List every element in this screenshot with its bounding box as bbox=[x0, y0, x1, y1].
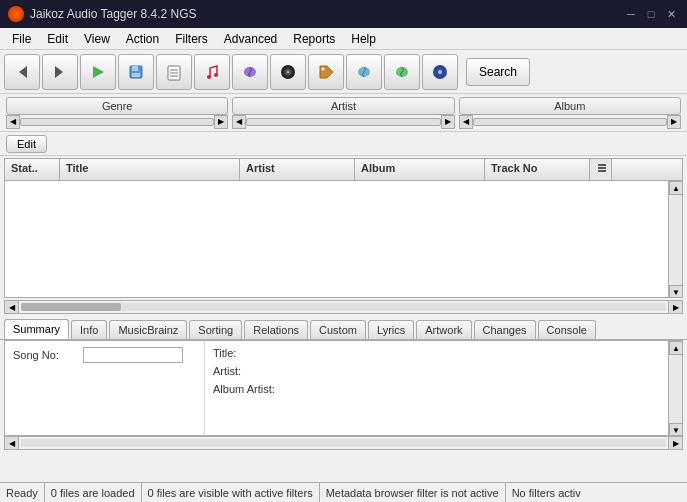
edit-button[interactable]: Edit bbox=[6, 135, 47, 153]
title-bar-left: Jaikoz Audio Tagger 8.4.2 NGS bbox=[8, 6, 197, 22]
maximize-button[interactable]: □ bbox=[643, 6, 659, 22]
tab-relations[interactable]: Relations bbox=[244, 320, 308, 339]
save-icon bbox=[127, 63, 145, 81]
artist-label: Artist: bbox=[213, 365, 293, 377]
tab-scroll-up-btn[interactable]: ▲ bbox=[669, 341, 683, 355]
album-right-btn[interactable]: ▶ bbox=[667, 115, 681, 129]
svg-point-11 bbox=[214, 73, 218, 77]
close-button[interactable]: ✕ bbox=[663, 6, 679, 22]
tab-sorting[interactable]: Sorting bbox=[189, 320, 242, 339]
tab-musicbrainz[interactable]: MusicBrainz bbox=[109, 320, 187, 339]
scroll-down-btn[interactable]: ▼ bbox=[669, 285, 683, 298]
album-scroll: ◀ ▶ bbox=[459, 115, 681, 129]
menu-help[interactable]: Help bbox=[343, 30, 384, 48]
menu-file[interactable]: File bbox=[4, 30, 39, 48]
brain3-button[interactable] bbox=[384, 54, 420, 90]
tab-changes[interactable]: Changes bbox=[474, 320, 536, 339]
album-artist-row: Album Artist: bbox=[213, 383, 674, 395]
clear-button[interactable] bbox=[156, 54, 192, 90]
artist-scrollbar[interactable] bbox=[246, 118, 440, 126]
title-bar: Jaikoz Audio Tagger 8.4.2 NGS ─ □ ✕ bbox=[0, 0, 687, 28]
svg-rect-23 bbox=[598, 167, 606, 169]
tab-content-hscrollbar[interactable]: ◀ ▶ bbox=[4, 436, 683, 450]
status-no-filters: No filters activ bbox=[506, 483, 687, 502]
menu-bar: File Edit View Action Filters Advanced R… bbox=[0, 28, 687, 50]
forward-button[interactable] bbox=[42, 54, 78, 90]
minimize-button[interactable]: ─ bbox=[623, 6, 639, 22]
hscroll-right-btn[interactable]: ▶ bbox=[668, 301, 682, 313]
artist-left-btn[interactable]: ◀ bbox=[232, 115, 246, 129]
title-row: Title: bbox=[213, 347, 674, 359]
tab-hscroll-track[interactable] bbox=[21, 439, 666, 447]
genre-label[interactable]: Genre bbox=[6, 97, 228, 115]
tab-scroll-thumb-area[interactable] bbox=[669, 355, 682, 423]
brain1-button[interactable] bbox=[232, 54, 268, 90]
vinyl-icon bbox=[279, 63, 297, 81]
file-list-hscrollbar[interactable]: ◀ ▶ bbox=[4, 300, 683, 314]
tag-button[interactable] bbox=[308, 54, 344, 90]
search-button[interactable]: Search bbox=[466, 58, 530, 86]
menu-advanced[interactable]: Advanced bbox=[216, 30, 285, 48]
back-button[interactable] bbox=[4, 54, 40, 90]
col-header-trackno: Track No bbox=[485, 159, 590, 180]
album-label[interactable]: Album bbox=[459, 97, 681, 115]
artist-label[interactable]: Artist bbox=[232, 97, 454, 115]
back-icon bbox=[13, 63, 31, 81]
tab-summary[interactable]: Summary bbox=[4, 319, 69, 339]
svg-rect-5 bbox=[132, 73, 140, 77]
tab-scroll-down-btn[interactable]: ▼ bbox=[669, 423, 683, 436]
menu-action[interactable]: Action bbox=[118, 30, 167, 48]
genre-filter: Genre ◀ ▶ bbox=[6, 97, 228, 129]
tabs-bar: Summary Info MusicBrainz Sorting Relatio… bbox=[0, 316, 687, 340]
music-button[interactable] bbox=[194, 54, 230, 90]
save-button[interactable] bbox=[118, 54, 154, 90]
brain1-icon bbox=[241, 63, 259, 81]
window-controls: ─ □ ✕ bbox=[623, 6, 679, 22]
genre-scrollbar[interactable] bbox=[20, 118, 214, 126]
vinyl-button[interactable] bbox=[270, 54, 306, 90]
svg-marker-0 bbox=[19, 66, 27, 78]
tab-hscroll-right-btn[interactable]: ▶ bbox=[668, 437, 682, 449]
genre-right-btn[interactable]: ▶ bbox=[214, 115, 228, 129]
menu-view[interactable]: View bbox=[76, 30, 118, 48]
menu-reports[interactable]: Reports bbox=[285, 30, 343, 48]
tab-custom[interactable]: Custom bbox=[310, 320, 366, 339]
menu-filters[interactable]: Filters bbox=[167, 30, 216, 48]
artist-filter: Artist ◀ ▶ bbox=[232, 97, 454, 129]
summary-left-panel: Song No: bbox=[5, 341, 205, 435]
col-header-album: Album bbox=[355, 159, 485, 180]
artist-right-btn[interactable]: ▶ bbox=[441, 115, 455, 129]
tab-artwork[interactable]: Artwork bbox=[416, 320, 471, 339]
song-no-label: Song No: bbox=[13, 349, 83, 361]
tab-info[interactable]: Info bbox=[71, 320, 107, 339]
file-list-body bbox=[5, 181, 682, 298]
tab-lyrics[interactable]: Lyrics bbox=[368, 320, 414, 339]
column-config-icon bbox=[596, 162, 608, 174]
menu-edit[interactable]: Edit bbox=[39, 30, 76, 48]
file-list-header: Stat.. Title Artist Album Track No bbox=[5, 159, 682, 181]
scroll-thumb-area[interactable] bbox=[669, 195, 682, 285]
album-scrollbar[interactable] bbox=[473, 118, 667, 126]
vertical-scrollbar[interactable]: ▲ ▼ bbox=[668, 181, 682, 298]
song-no-input[interactable] bbox=[83, 347, 183, 363]
tab-console[interactable]: Console bbox=[538, 320, 596, 339]
tab-content-vscrollbar[interactable]: ▲ ▼ bbox=[668, 341, 682, 436]
genre-left-btn[interactable]: ◀ bbox=[6, 115, 20, 129]
tab-hscroll-left-btn[interactable]: ◀ bbox=[5, 437, 19, 449]
album-left-btn[interactable]: ◀ bbox=[459, 115, 473, 129]
file-list-container: Stat.. Title Artist Album Track No ▲ ▼ bbox=[4, 158, 683, 298]
brain3-icon bbox=[393, 63, 411, 81]
title-label: Title: bbox=[213, 347, 293, 359]
status-bar: Ready 0 files are loaded 0 files are vis… bbox=[0, 482, 687, 502]
col-header-title: Title bbox=[60, 159, 240, 180]
scroll-up-btn[interactable]: ▲ bbox=[669, 181, 683, 195]
play-icon bbox=[89, 63, 107, 81]
hscroll-track[interactable] bbox=[21, 303, 666, 311]
disc-button[interactable] bbox=[422, 54, 458, 90]
col-header-stat: Stat.. bbox=[5, 159, 60, 180]
play-button[interactable] bbox=[80, 54, 116, 90]
hscroll-left-btn[interactable]: ◀ bbox=[5, 301, 19, 313]
brain2-button[interactable] bbox=[346, 54, 382, 90]
col-header-extra[interactable] bbox=[590, 159, 612, 180]
toolbar: Search bbox=[0, 50, 687, 94]
